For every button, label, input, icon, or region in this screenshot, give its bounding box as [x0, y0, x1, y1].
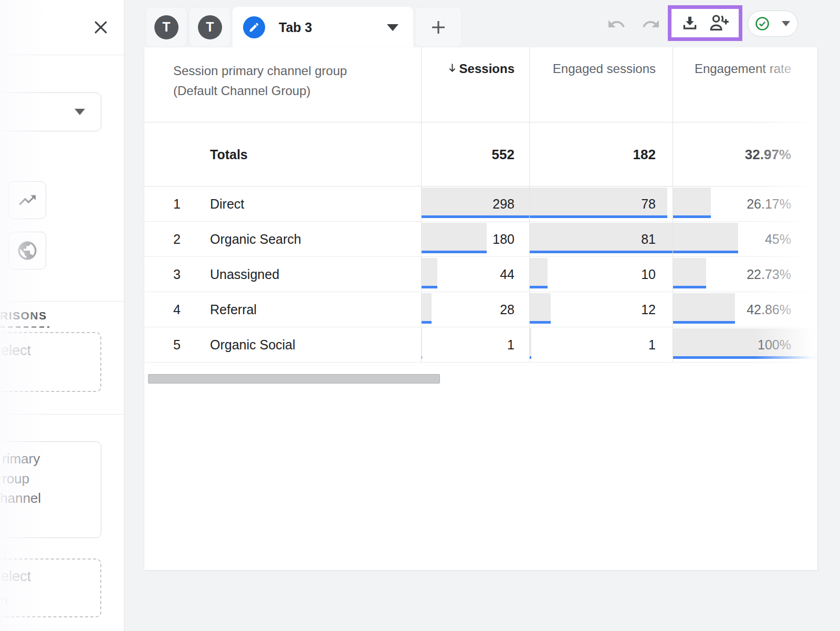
metric-value: 28	[500, 302, 514, 317]
metric-cell: 12	[529, 292, 673, 327]
dimension-chip-text: rimary	[2, 451, 40, 467]
tab-1[interactable]: T	[145, 7, 187, 47]
tab-3-active[interactable]: Tab 3	[233, 7, 413, 48]
tab-2[interactable]: T	[189, 7, 231, 47]
data-bar-underline	[422, 321, 432, 324]
row-index: 2	[173, 232, 181, 247]
data-bar	[422, 258, 437, 286]
chevron-down-icon[interactable]	[782, 21, 790, 26]
metric-cell: 10	[529, 257, 673, 292]
dimension-chip-text: hannel	[0, 490, 41, 506]
metric-cell: 100%	[673, 327, 817, 362]
data-bar	[673, 293, 735, 321]
dimension-column-header[interactable]: Session primary channel group (Default C…	[144, 47, 421, 122]
table-row[interactable]: 2Organic Search1808145%	[144, 222, 817, 257]
download-icon	[681, 14, 699, 32]
divider	[0, 414, 124, 415]
share-add-user-button[interactable]	[708, 12, 731, 35]
data-bar-underline	[530, 356, 531, 359]
data-bar	[530, 258, 548, 286]
metric-value: 10	[641, 267, 656, 282]
data-bar-underline	[422, 215, 529, 218]
metric-value: 78	[641, 196, 656, 212]
comparisons-dashed-underline	[0, 326, 49, 328]
data-bar	[673, 328, 817, 356]
divider	[0, 301, 124, 302]
data-bar-underline	[530, 321, 551, 324]
line-chart-visualization-button[interactable]	[8, 181, 46, 219]
comparison-select-dropzone[interactable]	[0, 332, 101, 392]
metric-value: 45%	[765, 232, 791, 247]
data-bar-underline	[422, 286, 437, 288]
metric-cell: 42.86%	[673, 292, 817, 327]
select-placeholder-fragment: n	[0, 593, 8, 609]
add-tab-button[interactable]	[415, 7, 462, 47]
values-select-dropzone[interactable]	[0, 558, 101, 617]
metric-cell: 180	[421, 222, 529, 256]
dimension-cell: 2Organic Search	[144, 222, 421, 256]
close-button[interactable]	[89, 16, 112, 39]
metric-cell: 22.73%	[673, 257, 817, 292]
metric-cell: 1	[421, 327, 529, 362]
engaged-sessions-column-header[interactable]: Engaged sessions	[529, 47, 673, 122]
person-add-icon	[709, 13, 730, 34]
select-placeholder-fragment: elect	[1, 568, 31, 585]
metric-cell: 26.17%	[673, 187, 817, 221]
data-bar-underline	[530, 215, 667, 218]
tab-menu-chevron-icon[interactable]	[387, 24, 398, 31]
metric-value: 180	[492, 232, 514, 247]
engagement-rate-column-header[interactable]: Engagement rate	[673, 47, 817, 122]
row-dimension: Organic Social	[210, 337, 296, 353]
technique-dropdown[interactable]	[0, 92, 101, 131]
redo-icon	[642, 15, 660, 34]
metric-cell: 28	[421, 292, 529, 327]
highlight-annotation-box	[668, 5, 742, 41]
data-bar-underline	[673, 321, 735, 324]
metric-value: 1	[648, 337, 656, 353]
globe-icon	[16, 240, 38, 262]
undo-button[interactable]	[605, 13, 628, 36]
dimension-cell: 3Unassigned	[144, 257, 421, 292]
divider	[0, 55, 124, 55]
edit-tab-button[interactable]	[243, 16, 265, 38]
data-bar-underline	[422, 251, 487, 253]
status-accepted-button[interactable]	[748, 11, 798, 37]
exploration-table-panel: Session primary channel group (Default C…	[144, 47, 817, 570]
totals-engagement-rate: 32.97%	[745, 146, 791, 162]
data-bar-underline	[673, 251, 738, 253]
download-button[interactable]	[679, 13, 700, 34]
table-row[interactable]: 4Referral281242.86%	[144, 292, 817, 327]
totals-sessions: 552	[492, 146, 514, 162]
table-row[interactable]: 5Organic Social11100%	[144, 327, 817, 363]
horizontal-scrollbar[interactable]	[148, 374, 440, 384]
metric-value: 1	[507, 337, 514, 353]
metric-cell: 298	[421, 187, 529, 221]
row-index: 5	[173, 337, 181, 353]
geo-map-visualization-button[interactable]	[8, 232, 46, 270]
metric-value: 42.86%	[747, 302, 791, 317]
redo-button[interactable]	[639, 13, 663, 36]
plus-icon	[429, 18, 448, 37]
settings-sidebar: RISONS elect rimary roup hannel elect n	[0, 0, 124, 631]
data-bar-underline	[530, 286, 548, 288]
table-row[interactable]: 3Unassigned441022.73%	[144, 257, 817, 292]
sessions-column-header[interactable]: Sessions	[421, 47, 529, 122]
dimension-cell: 1Direct	[144, 187, 421, 221]
table-rows: 1Direct2987826.17%2Organic Search1808145…	[144, 187, 817, 363]
row-index: 3	[173, 267, 181, 282]
row-index: 1	[173, 196, 181, 212]
line-chart-icon	[17, 190, 37, 210]
totals-engaged-sessions: 182	[633, 146, 656, 162]
data-bar	[673, 258, 706, 286]
totals-row: Totals 552 182 32.97%	[144, 122, 817, 187]
data-bar-underline	[422, 356, 422, 359]
metric-value: 26.17%	[747, 196, 791, 212]
table-row[interactable]: 1Direct2987826.17%	[144, 187, 817, 222]
table-header-row: Session primary channel group (Default C…	[144, 47, 817, 122]
close-icon	[92, 18, 110, 36]
row-dimension: Referral	[210, 302, 257, 317]
data-bar	[422, 328, 422, 356]
select-placeholder-fragment: elect	[1, 343, 31, 359]
metric-cell: 45%	[673, 222, 817, 256]
data-bar-underline	[673, 356, 817, 359]
